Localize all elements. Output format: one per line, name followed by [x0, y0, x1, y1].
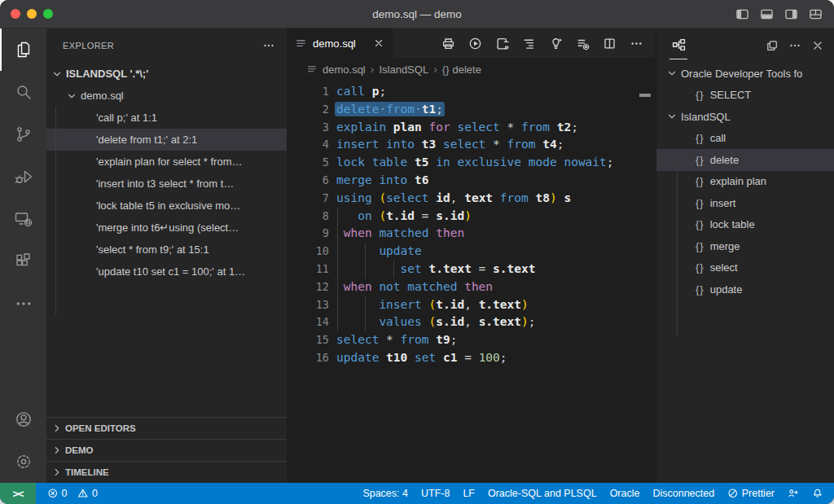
- titlebar-layout-controls: [735, 7, 834, 21]
- code-line[interactable]: 9 when matched then: [287, 225, 656, 243]
- section-demo[interactable]: DEMO: [46, 439, 287, 461]
- status-notifications[interactable]: [805, 483, 830, 504]
- toggle-secondary-sidebar-icon[interactable]: [784, 7, 798, 21]
- section-open-editors[interactable]: OPEN EDITORS: [46, 417, 287, 439]
- code-editor[interactable]: 1call p;2delete·from·t1;3explain plan fo…: [287, 81, 656, 483]
- outline-item[interactable]: {}insert: [656, 192, 834, 214]
- split-editor-button[interactable]: [599, 33, 619, 53]
- breadcrumb-item[interactable]: IslandSQL: [379, 64, 428, 76]
- explorer-item[interactable]: ISLANDSQL '.*\;': [46, 63, 287, 85]
- code-line-content: on (t.id = s.id): [336, 208, 472, 226]
- activitybar-accounts[interactable]: [0, 398, 46, 440]
- explorer-item[interactable]: demo.sql: [46, 85, 287, 107]
- outline-item[interactable]: {}update: [656, 278, 834, 300]
- code-line[interactable]: 3explain plan for select * from t2;: [287, 119, 656, 137]
- section-timeline[interactable]: TIMELINE: [46, 461, 287, 483]
- status-label: Disconnected: [652, 488, 714, 499]
- code-line[interactable]: 5lock table t5 in exclusive mode nowait;: [287, 154, 656, 172]
- file-lines-icon: [306, 64, 318, 75]
- close-window-button[interactable]: [11, 9, 20, 19]
- code-line[interactable]: 10 update: [287, 243, 656, 261]
- outline-item[interactable]: IslandSQL: [656, 106, 834, 128]
- activitybar-remote-explorer[interactable]: [0, 198, 46, 240]
- more-button[interactable]: [626, 33, 646, 53]
- explorer-item[interactable]: 'lock table t5 in exclusive mo…: [46, 195, 287, 217]
- outline-item[interactable]: {}lock table: [656, 214, 834, 236]
- chevron-right-icon: [51, 467, 65, 478]
- code-line[interactable]: 12 when not matched then: [287, 278, 656, 296]
- activitybar-explorer[interactable]: [0, 28, 46, 71]
- explorer-item[interactable]: 'delete from t1;' at 2:1: [46, 129, 287, 151]
- outline-item[interactable]: {}SELECT: [656, 85, 834, 107]
- status-indentation[interactable]: Spaces: 4: [356, 483, 415, 504]
- zoom-window-button[interactable]: [43, 9, 53, 19]
- outline-list-icon: [522, 37, 536, 50]
- activitybar-source-control[interactable]: [0, 113, 46, 156]
- code-line[interactable]: 16update t10 set c1 = 100;: [287, 349, 656, 367]
- activitybar-settings[interactable]: [0, 440, 46, 483]
- panel-more-actions-icon[interactable]: [788, 39, 801, 52]
- breadcrumb-item[interactable]: {}delete: [442, 64, 481, 76]
- outline-list-button[interactable]: [519, 33, 538, 53]
- outline-item[interactable]: {}merge: [656, 235, 834, 257]
- tab-close-icon[interactable]: [373, 37, 384, 49]
- indent-guide: [393, 261, 394, 278]
- outline-item[interactable]: {}call: [656, 128, 834, 150]
- code-line[interactable]: 2delete·from·t1;: [287, 101, 656, 119]
- code-line[interactable]: 4insert into t3 select * from t4;: [287, 136, 656, 154]
- chevron-down-icon: [66, 90, 81, 102]
- explorer-item[interactable]: 'insert into t3 select * from t…: [46, 173, 287, 195]
- explorer-item[interactable]: 'explain plan for select * from…: [46, 151, 287, 173]
- run-button[interactable]: [465, 33, 485, 53]
- explorer-item[interactable]: 'update t10 set c1 = 100;' at 1…: [46, 261, 287, 283]
- oracle-outline-tab-icon[interactable]: [669, 32, 687, 59]
- activitybar-more-views[interactable]: [0, 283, 46, 325]
- panel-close-icon[interactable]: [811, 39, 824, 52]
- list-settings-button[interactable]: [573, 33, 592, 53]
- activitybar-search[interactable]: [0, 71, 46, 113]
- duplicate-panel-icon[interactable]: [766, 39, 779, 52]
- status-prettier[interactable]: Prettier: [721, 483, 781, 504]
- status-label: Prettier: [742, 488, 775, 499]
- problems-status[interactable]: 00: [41, 483, 104, 504]
- outline-item[interactable]: Oracle Developer Tools fo: [656, 63, 834, 85]
- code-line[interactable]: 1call p;: [287, 83, 656, 101]
- breadcrumb-item[interactable]: demo.sql: [323, 64, 366, 76]
- traffic-lights: [0, 9, 53, 19]
- status-language[interactable]: Oracle-SQL and PLSQL: [481, 483, 604, 504]
- explorer-item[interactable]: 'merge into t6↵using (select…: [46, 217, 287, 239]
- lightbulb-button[interactable]: [546, 33, 565, 53]
- customize-layout-icon[interactable]: [809, 7, 823, 21]
- explorer-item[interactable]: 'call p;' at 1:1: [46, 107, 287, 129]
- toggle-primary-sidebar-icon[interactable]: [735, 7, 749, 21]
- code-line[interactable]: 13 insert (t.id, t.text): [287, 296, 656, 314]
- activitybar-extensions[interactable]: [0, 240, 46, 283]
- toggle-panel-icon[interactable]: [760, 7, 774, 21]
- explorer-item[interactable]: 'select * from t9;' at 15:1: [46, 239, 287, 261]
- print-button[interactable]: [438, 33, 458, 53]
- section-label: OPEN EDITORS: [65, 423, 136, 433]
- explorer-more-actions-icon[interactable]: [262, 39, 275, 52]
- code-line[interactable]: 8 on (t.id = s.id): [287, 208, 656, 226]
- status-connection[interactable]: Disconnected: [646, 483, 721, 504]
- code-line[interactable]: 11 set t.text = s.text: [287, 261, 656, 278]
- code-line[interactable]: 14 values (s.id, s.text);: [287, 313, 656, 331]
- remote-indicator[interactable]: ><: [0, 483, 36, 504]
- code-line-content: values (s.id, s.text);: [336, 313, 535, 331]
- code-line[interactable]: 15select * from t9;: [287, 331, 656, 349]
- code-line[interactable]: 7using (select id, text from t8) s: [287, 190, 656, 208]
- tab-demo-sql[interactable]: demo.sql: [287, 28, 393, 58]
- minimize-window-button[interactable]: [27, 9, 37, 19]
- account-icon: [14, 410, 33, 429]
- status-encoding[interactable]: UTF-8: [415, 483, 456, 504]
- outline-item[interactable]: {}select: [656, 257, 834, 279]
- status-eol[interactable]: LF: [456, 483, 481, 504]
- activitybar-run-debug[interactable]: [0, 156, 46, 198]
- symbol-braces-icon: {}: [696, 197, 705, 209]
- script-button[interactable]: [492, 33, 511, 53]
- code-line[interactable]: 6merge into t6: [287, 172, 656, 190]
- outline-item[interactable]: {}delete: [656, 149, 834, 171]
- outline-item[interactable]: {}explain plan: [656, 171, 834, 193]
- status-feedback[interactable]: [781, 483, 805, 504]
- status-oracle[interactable]: Oracle: [604, 483, 647, 504]
